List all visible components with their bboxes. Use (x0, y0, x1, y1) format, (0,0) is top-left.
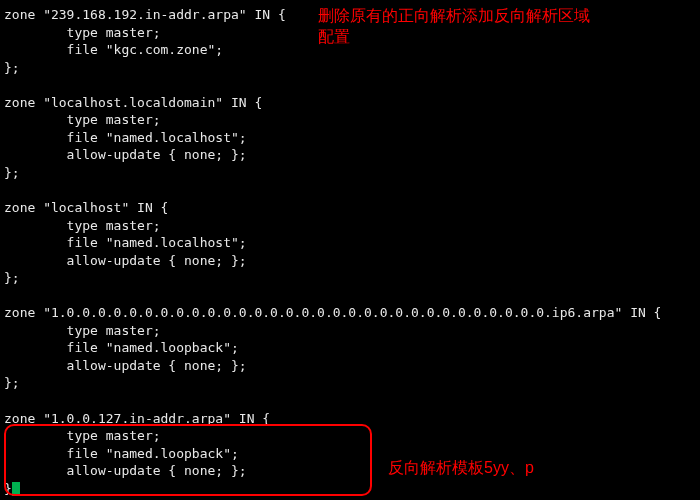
zone-allow-line: allow-update { none; }; (4, 147, 247, 162)
zone-file-line: file "named.localhost"; (4, 130, 247, 145)
zone-allow-line: allow-update { none; }; (4, 358, 247, 373)
zone-close: }; (4, 270, 20, 285)
terminal-editor[interactable]: zone "239.168.192.in-addr.arpa" IN { typ… (4, 6, 696, 497)
annotation-top: 删除原有的正向解析添加反向解析区域配置 (318, 6, 598, 48)
zone-file-line: file "named.loopback"; (4, 340, 239, 355)
zone-close: }; (4, 60, 20, 75)
zone-allow-line: allow-update { none; }; (4, 253, 247, 268)
zone-header: zone "239.168.192.in-addr.arpa" IN { (4, 7, 286, 22)
zone-close: }; (4, 165, 20, 180)
zone-header: zone "1.0.0.0.0.0.0.0.0.0.0.0.0.0.0.0.0.… (4, 305, 661, 320)
zone-allow-line: allow-update { none; }; (4, 463, 247, 478)
zone-type-line: type master; (4, 218, 161, 233)
zone-file-line: file "named.loopback"; (4, 446, 239, 461)
zone-close: } (4, 481, 12, 496)
zone-type-line: type master; (4, 323, 161, 338)
zone-header: zone "localhost" IN { (4, 200, 168, 215)
zone-close: }; (4, 375, 20, 390)
zone-file-line: file "kgc.com.zone"; (4, 42, 223, 57)
annotation-bottom: 反向解析模板5yy、p (388, 458, 648, 479)
zone-type-line: type master; (4, 25, 161, 40)
zone-file-line: file "named.localhost"; (4, 235, 247, 250)
zone-header: zone "1.0.0.127.in-addr.arpa" IN { (4, 411, 270, 426)
cursor-icon (12, 482, 20, 496)
zone-type-line: type master; (4, 428, 161, 443)
zone-header: zone "localhost.localdomain" IN { (4, 95, 262, 110)
zone-type-line: type master; (4, 112, 161, 127)
